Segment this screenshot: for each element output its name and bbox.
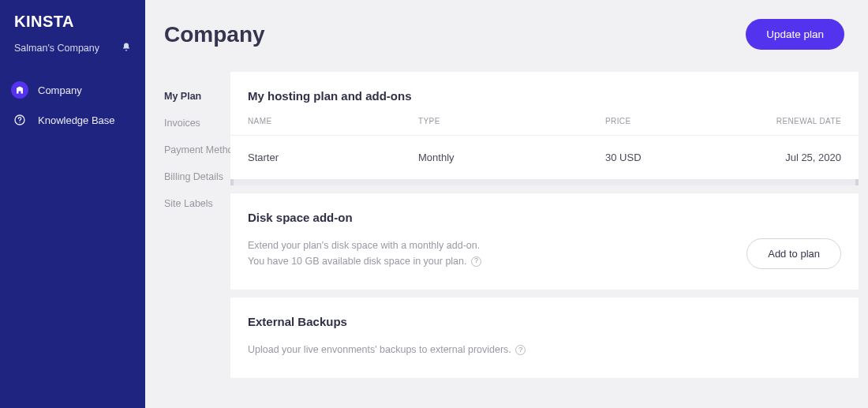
brand-logo: KINSTA	[0, 8, 145, 39]
subnav-invoices[interactable]: Invoices	[164, 110, 230, 137]
desc-line: Upload your live envonments' backups to …	[248, 344, 511, 355]
panel-title: Disk space add-on	[230, 193, 859, 238]
scroll-indicator	[230, 179, 859, 185]
desc-line: Extend your plan's disk space with a mon…	[248, 240, 480, 251]
disk-description: Extend your plan's disk space with a mon…	[248, 238, 481, 269]
sidebar-item-knowledge-base[interactable]: Knowledge Base	[0, 105, 145, 135]
subnav-billing-details[interactable]: Billing Details	[164, 163, 230, 190]
desc-line: You have 10 GB available disk space in y…	[248, 256, 467, 267]
subnav-my-plan[interactable]: My Plan	[164, 83, 230, 110]
sidebar: KINSTA Salman's Company Company Knowledg…	[0, 0, 145, 408]
subnav-payment-methods[interactable]: Payment Methods	[164, 137, 230, 163]
help-icon[interactable]: ?	[515, 345, 526, 355]
cell-price: 30 USD	[605, 152, 746, 163]
cell-name: Starter	[248, 152, 418, 163]
th-type: TYPE	[418, 117, 605, 125]
main-content: Company Update plan My Plan Invoices Pay…	[145, 0, 868, 408]
update-plan-button[interactable]: Update plan	[746, 19, 844, 50]
cell-renewal: Jul 25, 2020	[746, 152, 841, 163]
panel-title: External Backups	[230, 298, 859, 342]
cell-type: Monthly	[418, 152, 605, 163]
th-price: PRICE	[605, 117, 746, 125]
help-circle-icon	[11, 111, 28, 129]
company-switcher[interactable]: Salman's Company	[0, 39, 145, 69]
table-header: NAME TYPE PRICE RENEWAL DATE	[230, 117, 859, 136]
table-row: Starter Monthly 30 USD Jul 25, 2020	[230, 136, 859, 179]
external-backups-panel: External Backups Upload your live envonm…	[230, 298, 859, 378]
sidebar-item-label: Company	[38, 84, 82, 96]
hosting-plan-panel: My hosting plan and add-ons NAME TYPE PR…	[230, 72, 859, 185]
backups-description: Upload your live envonments' backups to …	[248, 342, 526, 357]
add-to-plan-button[interactable]: Add to plan	[746, 238, 841, 269]
subnav-site-labels[interactable]: Site Labels	[164, 190, 230, 217]
company-name: Salman's Company	[14, 43, 99, 54]
building-icon	[11, 81, 28, 99]
panel-title: My hosting plan and add-ons	[230, 72, 859, 117]
svg-point-1	[19, 122, 20, 123]
page-header: Company Update plan	[145, 0, 868, 72]
help-icon[interactable]: ?	[471, 256, 481, 267]
bell-icon[interactable]	[122, 42, 131, 54]
sub-nav: My Plan Invoices Payment Methods Billing…	[145, 72, 230, 378]
th-renewal: RENEWAL DATE	[746, 117, 841, 125]
page-title: Company	[164, 22, 265, 47]
th-name: NAME	[248, 117, 418, 125]
sidebar-item-label: Knowledge Base	[38, 114, 115, 126]
primary-nav: Company Knowledge Base	[0, 69, 145, 135]
sidebar-item-company[interactable]: Company	[0, 75, 145, 105]
disk-space-panel: Disk space add-on Extend your plan's dis…	[230, 193, 859, 290]
